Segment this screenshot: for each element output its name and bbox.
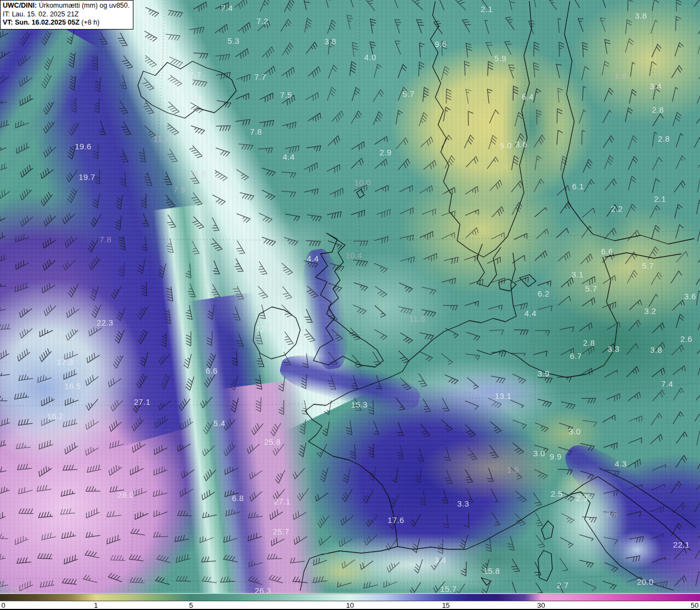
precip-value-label: 2.5: [551, 490, 563, 498]
precip-value-label: 7.7: [189, 71, 201, 79]
colorbar-tick-label: 1: [94, 601, 98, 609]
precip-value-label: 3.3: [457, 499, 469, 508]
precip-value-label: 10.0: [354, 178, 371, 187]
precip-value-label: 1.7: [191, 95, 203, 103]
precip-value-label: 9.9: [550, 452, 562, 461]
precip-value-label: 6.6: [601, 247, 613, 255]
colorbar-tick-label: 10: [346, 601, 354, 609]
precip-value-label: 5.3: [228, 37, 240, 45]
map-legend-box: UWC/DINI: Úrkomumætti (mm) og uv850. IT:…: [0, 0, 133, 30]
precip-value-label: 1.0: [433, 188, 445, 196]
precip-value-label: 3.6: [515, 140, 527, 148]
precip-value-label: 11.6: [409, 315, 425, 323]
precip-value-label: 29.5: [10, 585, 26, 594]
precip-value-label: 6.4: [522, 92, 534, 101]
precip-value-label: 9.6: [435, 40, 447, 48]
precip-value-label: 19.7: [79, 173, 95, 181]
precip-value-label: 27.1: [134, 398, 150, 406]
precip-value-label: 2.8: [658, 135, 670, 143]
precip-value-label: 7.2: [256, 17, 269, 25]
precip-value-label: 5.7: [402, 90, 415, 98]
precip-value-label: 7.8: [100, 235, 112, 243]
precip-value-label: 4.4: [283, 153, 295, 161]
precip-value-label: 22.3: [97, 318, 113, 327]
precip-value-label: 5.4: [213, 419, 225, 427]
precip-value-label: 2.7: [557, 581, 569, 589]
precip-value-label: 11.0: [190, 170, 206, 178]
colorbar-tick-label: 30: [537, 601, 545, 609]
legend-valid-line: VT: Sun. 16.02.2025 05Z (+8 h): [3, 19, 130, 27]
precip-value-label: 6.8: [232, 494, 244, 502]
precip-value-label: 7.4: [221, 4, 233, 12]
precip-value-label: 3.4: [434, 556, 446, 564]
precip-value-label: 3.4: [650, 82, 662, 90]
legend-title-text: Úrkomumætti (mm) og uv850.: [37, 2, 130, 9]
precip-value-label: 15.8: [483, 567, 500, 575]
precip-value-label: 31.7: [74, 504, 90, 512]
precip-value-label: 2.2: [611, 205, 623, 213]
precip-value-label: 7.5: [149, 37, 161, 45]
precip-value-label: 7.4: [661, 380, 673, 388]
precip-value-label: 1.8: [615, 72, 627, 80]
precip-value-label: 22.1: [673, 541, 690, 549]
precip-value-label: 3.8: [635, 11, 647, 20]
precip-value-label: 3.0: [569, 427, 581, 435]
precip-value-label: 25.7: [273, 527, 289, 536]
colorbar-tick-label: 15: [442, 601, 450, 609]
precip-value-label: 2.6: [680, 335, 692, 343]
colorbar-tick-label: 50: [691, 601, 698, 609]
precip-value-label: 3.9: [538, 369, 550, 377]
precip-value-label: 7.5: [280, 91, 292, 99]
precip-value-label: 6.2: [538, 289, 550, 298]
precip-value-label: 1.9: [165, 88, 177, 96]
precip-value-label: 2.9: [606, 509, 618, 518]
precip-value-label: 16.5: [65, 382, 81, 390]
precip-value-label: 5.0: [500, 141, 512, 149]
precip-value-label: 17.6: [388, 516, 404, 524]
precip-value-label: 25.8: [264, 438, 281, 446]
precip-value-label: 7.9: [173, 185, 185, 194]
precip-value-label: 26.3: [255, 586, 271, 594]
precip-value-label: 28.0: [118, 491, 134, 499]
precip-value-label: 19.6: [75, 142, 91, 150]
precip-value-label: 3.1: [571, 270, 584, 278]
precip-value-label: 5.6: [324, 551, 336, 559]
precip-value-label: 2.8: [652, 106, 664, 114]
legend-valid-time: VT: Sun. 16.02.2025 05Z: [3, 19, 79, 26]
precip-value-label: 16.2: [47, 412, 63, 420]
precip-value-label: 15.7: [440, 585, 457, 593]
colorbar-gradient-band: [0, 594, 700, 601]
legend-title-line: UWC/DINI: Úrkomumætti (mm) og uv850.: [3, 2, 130, 10]
precip-value-label: 3.6: [684, 292, 696, 300]
precip-value-label: 11.7: [153, 135, 169, 143]
precip-value-label: 3.8: [324, 37, 336, 45]
precip-value-label: 15.3: [351, 400, 368, 409]
legend-model-name: UWC/DINI:: [3, 2, 37, 9]
precip-colorbar: 01510153050: [0, 593, 700, 610]
precip-value-label: 5.7: [642, 262, 654, 270]
precip-value-label: 27.1: [274, 497, 290, 506]
colorbar-tick-row: 01510153050: [0, 601, 700, 610]
precip-value-label: 2.8: [583, 339, 595, 347]
precip-value-label: 4.3: [615, 460, 627, 468]
precip-value-label: 2.1: [481, 5, 493, 13]
precip-value-label: 3.3: [608, 345, 620, 353]
precip-value-label: 4.4: [524, 309, 536, 317]
precip-value-label: 2.1: [654, 195, 666, 203]
precip-value-label: 10.4: [346, 251, 362, 259]
precip-value-label: 6.1: [572, 182, 584, 190]
precip-value-label: 5.9: [494, 54, 506, 62]
legend-init-line: IT: Lau. 15. 02. 2025 21Z: [3, 10, 130, 19]
precip-value-label: 7.7: [254, 73, 266, 81]
precip-value-label: 13.1: [495, 392, 511, 400]
precip-value-label: 3.0: [533, 449, 545, 457]
legend-valid-offset: (+8 h): [79, 19, 99, 26]
precip-value-label: 17.3: [57, 358, 73, 366]
precip-value-label: 1.5: [507, 466, 519, 474]
precip-value-label: 2.9: [380, 148, 392, 156]
precip-value-label: 3.8: [650, 346, 662, 354]
precip-value-label: 6.6: [206, 367, 218, 375]
precip-value-label: 2.3: [576, 494, 588, 502]
precip-value-label: 4.4: [307, 254, 319, 263]
precip-value-label: 6.7: [570, 352, 582, 360]
